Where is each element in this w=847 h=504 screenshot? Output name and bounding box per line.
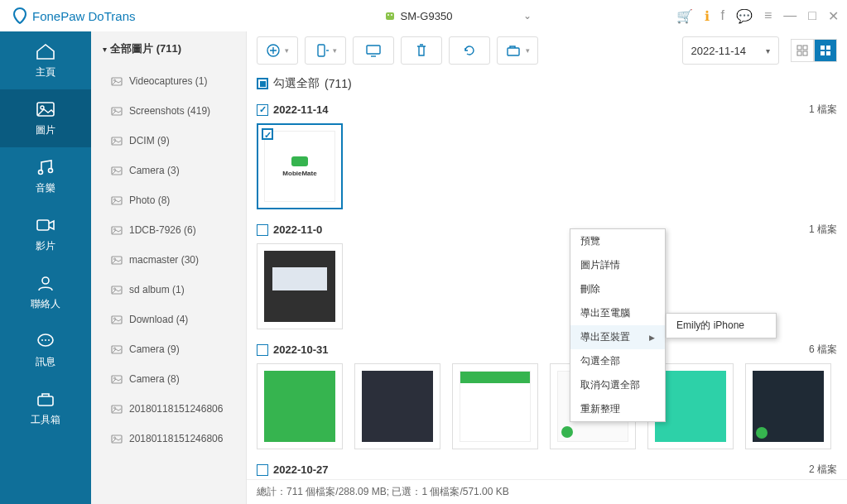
svg-rect-50 <box>821 51 825 55</box>
maximize-icon[interactable]: □ <box>808 8 816 23</box>
folder-item[interactable]: Camera (8) <box>91 364 246 394</box>
section-date: 2022-10-27 <box>273 463 329 476</box>
context-menu-item[interactable]: 取消勾選全部 <box>570 373 665 397</box>
chevron-down-icon: ▾ <box>333 46 337 55</box>
select-all-checkbox[interactable] <box>257 78 268 89</box>
thumbnail[interactable] <box>257 363 343 449</box>
thumbnail[interactable] <box>354 363 440 449</box>
nav-home[interactable]: 主頁 <box>0 31 91 89</box>
add-button[interactable]: ▾ <box>257 36 298 65</box>
svg-point-2 <box>391 14 392 16</box>
section-checkbox[interactable] <box>257 344 268 356</box>
folder-item[interactable]: sd album (1) <box>91 275 246 305</box>
cart-icon[interactable]: 🛒 <box>676 8 693 24</box>
folder-button[interactable]: ▾ <box>497 36 538 65</box>
nav-toolbox[interactable]: 工具箱 <box>0 379 91 437</box>
section-checkbox[interactable] <box>257 224 268 236</box>
nav-messages[interactable]: 訊息 <box>0 321 91 379</box>
facebook-icon[interactable]: f <box>721 8 724 23</box>
svg-point-6 <box>49 168 53 172</box>
refresh-button[interactable] <box>449 36 490 65</box>
svg-point-29 <box>114 288 116 290</box>
section-count: 1 檔案 <box>809 223 837 237</box>
context-menu-item[interactable]: 重新整理 <box>570 397 665 421</box>
folder-item[interactable]: 1DCB-7926 (6) <box>91 215 246 245</box>
key-icon[interactable]: ℹ <box>705 8 710 24</box>
svg-rect-45 <box>803 46 807 50</box>
folder-item[interactable]: Camera (3) <box>91 156 246 185</box>
context-menu-item[interactable]: 勾選全部 <box>570 349 665 373</box>
export-pc-button[interactable] <box>353 36 394 65</box>
svg-rect-47 <box>803 51 807 55</box>
select-all-row[interactable]: 勾選全部(711) <box>257 70 837 99</box>
folder-item[interactable]: Videocaptures (1) <box>91 66 246 96</box>
folder-list: ▾ 全部圖片 (711) Videocaptures (1)Screenshot… <box>91 31 247 504</box>
date-section: 2022-11-141 檔案MobieMate <box>257 99 837 209</box>
svg-point-31 <box>114 318 116 319</box>
svg-rect-0 <box>386 12 394 20</box>
section-date: 2022-11-0 <box>273 223 322 236</box>
context-menu-item[interactable]: 導出至電腦 <box>570 301 665 325</box>
date-section: 2022-10-272 檔案 <box>257 459 837 479</box>
date-filter-dropdown[interactable]: 2022-11-14 ▾ <box>682 36 780 65</box>
chevron-down-icon: ▾ <box>526 46 530 55</box>
thumbnail[interactable] <box>257 243 343 329</box>
svg-point-23 <box>114 199 116 200</box>
nav-photos[interactable]: 圖片 <box>0 89 91 147</box>
folder-header[interactable]: ▾ 全部圖片 (711) <box>91 31 246 66</box>
context-menu-item[interactable]: 預覽 <box>570 229 665 253</box>
context-menu-item[interactable]: 圖片詳情 <box>570 253 665 277</box>
folder-item[interactable]: Photo (8) <box>91 185 246 215</box>
section-checkbox[interactable] <box>257 464 268 476</box>
submenu-item-device[interactable]: Emily的 iPhone <box>667 314 776 338</box>
chevron-down-icon: ▾ <box>766 46 770 55</box>
context-menu-item[interactable]: 刪除 <box>570 277 665 301</box>
svg-point-37 <box>114 407 116 409</box>
svg-rect-41 <box>318 45 325 56</box>
minimize-icon[interactable]: — <box>783 8 796 23</box>
delete-button[interactable] <box>401 36 442 65</box>
section-checkbox[interactable] <box>257 104 268 116</box>
view-grid-button[interactable] <box>814 39 837 62</box>
folder-item[interactable]: DCIM (9) <box>91 126 246 156</box>
nav-contacts[interactable]: 聯絡人 <box>0 263 91 321</box>
svg-point-1 <box>387 14 389 16</box>
chevron-down-icon: ⌄ <box>523 10 532 22</box>
feedback-icon[interactable]: 💬 <box>736 8 753 24</box>
context-menu-item[interactable]: 導出至裝置▶ <box>570 325 665 349</box>
context-menu: 預覽圖片詳情刪除導出至電腦導出至裝置▶勾選全部取消勾選全部重新整理 <box>570 228 666 422</box>
device-selector[interactable]: SM-G9350 ⌄ <box>384 10 532 22</box>
folder-item[interactable]: Camera (9) <box>91 334 246 364</box>
nav-music[interactable]: 音樂 <box>0 147 91 205</box>
thumbnail[interactable] <box>745 363 831 449</box>
menu-icon[interactable]: ≡ <box>764 8 772 23</box>
section-count: 2 檔案 <box>809 463 837 477</box>
folder-item[interactable]: 20180118151246806 <box>91 394 246 424</box>
folder-item[interactable]: Download (4) <box>91 305 246 334</box>
close-icon[interactable]: ✕ <box>828 8 839 24</box>
svg-point-35 <box>114 377 116 379</box>
thumb-checkbox[interactable] <box>262 128 273 140</box>
thumbnail[interactable] <box>452 363 538 449</box>
date-section: 2022-10-316 檔案 <box>257 339 837 449</box>
section-count: 1 檔案 <box>809 103 837 117</box>
svg-point-33 <box>114 348 116 349</box>
svg-point-17 <box>114 109 116 111</box>
svg-point-39 <box>114 437 116 439</box>
svg-rect-13 <box>38 396 53 406</box>
export-device-button[interactable]: ▾ <box>305 36 346 65</box>
thumbnail[interactable]: MobieMate <box>257 123 343 209</box>
svg-rect-7 <box>37 220 49 230</box>
svg-point-25 <box>114 228 116 230</box>
nav-videos[interactable]: 影片 <box>0 205 91 263</box>
svg-point-10 <box>41 339 43 341</box>
view-list-button[interactable] <box>791 39 814 62</box>
svg-rect-43 <box>508 48 519 55</box>
svg-point-4 <box>41 106 44 109</box>
folder-item[interactable]: 20180118151246806 <box>91 424 246 454</box>
folder-item[interactable]: Screenshots (419) <box>91 96 246 126</box>
svg-rect-44 <box>797 46 801 50</box>
app-logo: FonePaw DoTrans <box>12 7 136 24</box>
svg-rect-42 <box>367 46 380 54</box>
folder-item[interactable]: macmaster (30) <box>91 245 246 275</box>
